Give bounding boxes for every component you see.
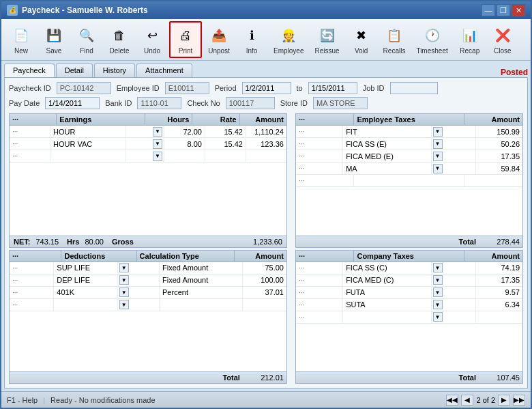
- ded-row3-dd[interactable]: ▼: [118, 287, 160, 298]
- tab-content: Paycheck ID Employee ID Period to Job ID…: [4, 77, 528, 389]
- ded-row1-amount: 75.00: [243, 262, 286, 274]
- nav-next-button[interactable]: ▶: [498, 395, 510, 406]
- new-toolbar-button[interactable]: 📄 New: [5, 22, 37, 57]
- earnings-amount-col: Amount: [240, 114, 286, 125]
- info-icon: ℹ: [241, 25, 263, 46]
- earnings-row2-name: HOUR VAC: [50, 138, 126, 150]
- ded-row4-dd[interactable]: ▼: [118, 299, 160, 311]
- etax-name-col: Employee Taxes: [354, 114, 464, 125]
- hrs-value: 80.00: [85, 238, 104, 246]
- find-label: Find: [80, 47, 93, 55]
- new-icon: 📄: [10, 25, 32, 46]
- ctax-row4-dd[interactable]: ▼: [432, 299, 476, 311]
- etax-row2-dots: ···: [296, 138, 343, 150]
- ctax-row1-dots: ···: [296, 262, 343, 274]
- new-label: New: [14, 47, 28, 55]
- earnings-row3-dd[interactable]: ▼: [126, 150, 164, 162]
- status-bar: F1 - Help | Ready - No modifications mad…: [1, 391, 531, 408]
- ded-name-col: Deductions: [61, 251, 136, 262]
- check-no-input[interactable]: [226, 97, 275, 109]
- table-row: ··· FICA MED (C) ▼ 17.35: [296, 274, 522, 287]
- close-window-button[interactable]: ✕: [512, 4, 525, 16]
- close-toolbar-button[interactable]: ❌ Close: [487, 22, 518, 57]
- bank-id-label: Bank ID: [105, 99, 132, 107]
- store-id-label: Store ID: [280, 99, 308, 107]
- ded-row2-calctype: Fixed Amount: [160, 274, 243, 286]
- timesheet-icon: 🕐: [422, 25, 443, 46]
- tab-detail[interactable]: Detail: [56, 64, 93, 77]
- ded-row3-amount: 37.01: [243, 287, 286, 298]
- tab-attachment[interactable]: Attachment: [136, 64, 192, 77]
- print-toolbar-button[interactable]: 🖨 Print: [169, 21, 202, 58]
- close-icon: ❌: [492, 25, 514, 46]
- ctax-empty-space: [296, 324, 522, 372]
- earnings-dots-col: ···: [10, 114, 57, 125]
- etax-row1-dd[interactable]: ▼: [432, 126, 476, 137]
- ded-row2-dd[interactable]: ▼: [118, 274, 160, 286]
- info-toolbar-button[interactable]: ℹ Info: [236, 22, 267, 57]
- table-row: ··· HOUR VAC ▼ 8.00 15.42 123.36: [10, 138, 286, 150]
- earnings-row2-rate: 15.42: [205, 138, 246, 150]
- ded-row4-amount: [243, 299, 286, 311]
- minimize-button[interactable]: —: [482, 4, 495, 16]
- paycheck-id-input[interactable]: [57, 82, 111, 94]
- nav-first-button[interactable]: ◀◀: [446, 395, 458, 406]
- ctax-row5-dd[interactable]: ▼: [432, 311, 476, 323]
- earnings-grid: ··· Earnings Hours Rate Amount ··· HOUR …: [9, 113, 287, 248]
- pay-date-input[interactable]: [45, 97, 100, 109]
- unpost-toolbar-button[interactable]: 📤 Unpost: [203, 22, 235, 57]
- recap-icon: 📊: [459, 25, 481, 46]
- restore-button[interactable]: ❐: [497, 4, 510, 16]
- void-toolbar-button[interactable]: ✖ Void: [346, 22, 377, 57]
- ctax-row3-amount: 9.57: [476, 287, 522, 298]
- job-id-label: Job ID: [363, 84, 385, 92]
- deductions-grid: ··· Deductions Calculation Type Amount ·…: [9, 250, 287, 384]
- earnings-row2-hours: 8.00: [164, 138, 205, 150]
- tab-history[interactable]: History: [94, 64, 135, 77]
- store-id-input[interactable]: [313, 97, 368, 109]
- period-to-input[interactable]: [308, 82, 357, 94]
- net-value: 743.15: [35, 238, 59, 246]
- period-from-input[interactable]: [242, 82, 291, 94]
- table-row: ··· HOUR ▼ 72.00 15.42 1,110.24: [10, 126, 286, 138]
- tab-paycheck[interactable]: Paycheck: [4, 64, 55, 77]
- earnings-row3-rate: [205, 150, 246, 162]
- bottom-grids: ··· Deductions Calculation Type Amount ·…: [9, 250, 523, 384]
- page-number: 2 of 2: [476, 396, 495, 404]
- timesheet-toolbar-button[interactable]: 🕐 Timesheet: [411, 22, 452, 57]
- earnings-row3-name: [50, 150, 126, 162]
- ctax-row3-dd[interactable]: ▼: [432, 287, 476, 298]
- etax-amount-col: Amount: [464, 114, 522, 125]
- save-icon: 💾: [43, 25, 65, 46]
- find-toolbar-button[interactable]: 🔍 Find: [71, 22, 102, 57]
- ctax-row1-dd[interactable]: ▼: [432, 262, 476, 274]
- ctax-footer: Total 107.45: [296, 371, 522, 383]
- earnings-row2-amount: 123.36: [246, 138, 286, 150]
- earnings-row2-dd[interactable]: ▼: [126, 138, 164, 150]
- job-id-input[interactable]: [390, 82, 438, 94]
- employee-label: Employee: [274, 47, 304, 55]
- bank-id-input[interactable]: [137, 97, 181, 109]
- etax-row2-dd[interactable]: ▼: [432, 138, 476, 150]
- ded-row1-calctype: Fixed Amount: [160, 262, 243, 274]
- recap-toolbar-button[interactable]: 📊 Recap: [454, 22, 486, 57]
- reissue-toolbar-button[interactable]: 🔄 Reissue: [310, 22, 344, 57]
- etax-row3-dd[interactable]: ▼: [432, 150, 476, 162]
- nav-prev-button[interactable]: ◀: [461, 395, 473, 406]
- earnings-row1-dd[interactable]: ▼: [126, 126, 164, 137]
- ctax-row5-amount: [476, 311, 522, 323]
- ctax-row2-dd[interactable]: ▼: [432, 274, 476, 286]
- ded-row1-dd[interactable]: ▼: [118, 262, 160, 274]
- table-row: ··· FICA SS (C) ▼ 74.19: [296, 262, 522, 274]
- nav-last-button[interactable]: ▶▶: [513, 395, 525, 406]
- etax-row4-dd[interactable]: ▼: [432, 163, 476, 174]
- employee-id-input[interactable]: [165, 82, 209, 94]
- employee-toolbar-button[interactable]: 👷 Employee: [269, 22, 308, 57]
- save-toolbar-button[interactable]: 💾 Save: [38, 22, 70, 57]
- delete-toolbar-button[interactable]: 🗑 Delete: [104, 22, 135, 57]
- form-row-1: Paycheck ID Employee ID Period to Job ID: [9, 82, 523, 94]
- undo-toolbar-button[interactable]: ↩ Undo: [136, 22, 168, 57]
- earnings-row1-hours: 72.00: [164, 126, 205, 137]
- recalls-toolbar-button[interactable]: 📋 Recalls: [379, 22, 411, 57]
- ded-row4-name: [54, 299, 117, 311]
